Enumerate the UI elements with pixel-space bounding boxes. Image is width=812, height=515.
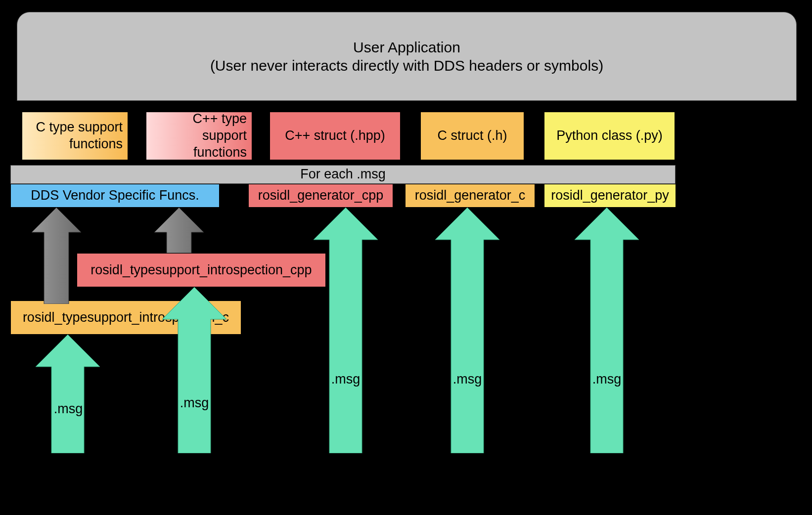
user-application-subtitle: (User never interacts directly with DDS … [210,56,603,75]
rosidl-generator-cpp-box: rosidl_generator_cpp [248,184,393,208]
c-struct-label: C struct (.h) [437,128,507,144]
arrow-introspection-cpp-to-dds [154,208,204,253]
arrow-msg-to-introspection-cpp [162,287,226,453]
introspection-cpp-box: rosidl_typesupport_introspection_cpp [77,253,326,287]
for-each-msg-bar: For each .msg [10,165,676,184]
svg-marker-5 [435,208,499,453]
svg-marker-3 [162,287,226,453]
rosidl-generator-py-label: rosidl_generator_py [551,187,669,204]
diagram-root: User Application (User never interacts d… [0,0,812,515]
python-class-box: Python class (.py) [544,112,675,160]
arrow-msg-to-gen-py [575,208,639,453]
cpp-type-support-box: C++ type support functions [146,112,252,160]
cpp-struct-box: C++ struct (.hpp) [270,112,401,160]
rosidl-generator-cpp-label: rosidl_generator_cpp [258,187,384,204]
c-type-support-label: C type support functions [27,119,123,153]
dds-vendor-box: DDS Vendor Specific Funcs. [10,184,220,208]
arrow-msg-to-gen-cpp [314,208,378,453]
svg-marker-0 [32,208,81,304]
user-application-title: User Application [353,38,460,57]
cpp-type-support-label: C++ type support functions [151,111,247,161]
rosidl-generator-c-box: rosidl_generator_c [405,184,535,208]
svg-marker-6 [575,208,639,453]
rosidl-generator-py-box: rosidl_generator_py [544,184,676,208]
rosidl-generator-c-label: rosidl_generator_c [415,187,526,204]
svg-marker-4 [314,208,378,453]
svg-marker-1 [154,208,204,253]
python-class-label: Python class (.py) [556,128,663,144]
introspection-cpp-label: rosidl_typesupport_introspection_cpp [90,262,312,279]
dds-vendor-label: DDS Vendor Specific Funcs. [31,187,199,204]
svg-marker-2 [36,335,100,453]
user-application-box: User Application (User never interacts d… [17,12,797,101]
arrow-msg-to-gen-c [435,208,499,453]
arrow-msg-to-introspection-c [36,335,100,453]
for-each-msg-label: For each .msg [300,166,386,183]
c-struct-box: C struct (.h) [420,112,524,160]
c-type-support-box: C type support functions [22,112,128,160]
arrow-introspection-c-to-dds [32,208,81,304]
cpp-struct-label: C++ struct (.hpp) [285,128,385,144]
